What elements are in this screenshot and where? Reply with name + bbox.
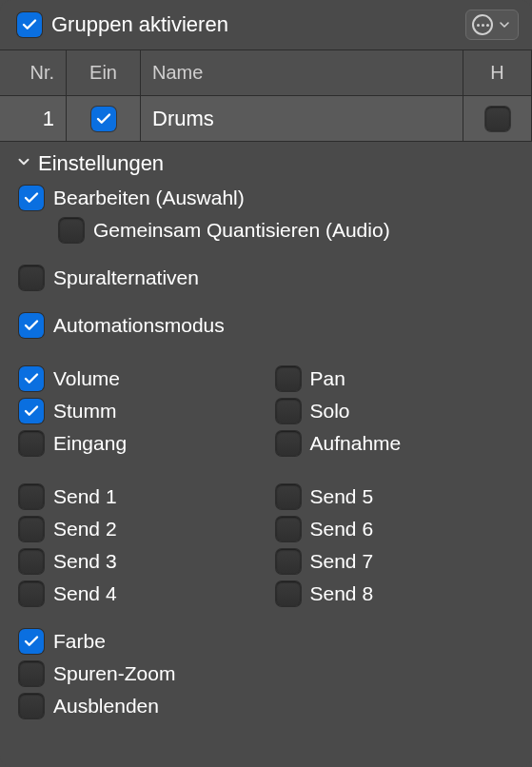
send3-label: Send 3 (53, 550, 117, 573)
settings-title: Einstellungen (38, 151, 164, 176)
send2-label: Send 2 (53, 518, 117, 541)
send7-checkbox[interactable] (276, 549, 301, 574)
setting-send5: Send 5 (270, 481, 520, 513)
color-checkbox[interactable] (19, 629, 44, 654)
setting-mute: Stumm (13, 395, 263, 427)
setting-send3: Send 3 (13, 545, 263, 578)
automation-mode-checkbox[interactable] (19, 313, 44, 338)
send1-label: Send 1 (53, 485, 117, 508)
send8-label: Send 8 (310, 582, 374, 605)
table-header: Nr. Ein Name H (0, 50, 532, 96)
column-header-name[interactable]: Name (141, 50, 463, 95)
setting-pan: Pan (270, 363, 520, 395)
row-on-cell (67, 96, 141, 141)
mute-label: Stumm (53, 400, 117, 423)
track-alternatives-checkbox[interactable] (19, 266, 44, 290)
setting-volume: Volume (13, 363, 263, 395)
send1-checkbox[interactable] (19, 484, 44, 509)
groups-enable-checkbox[interactable] (17, 12, 42, 37)
chevron-down-icon (15, 151, 32, 176)
column-header-nr[interactable]: Nr. (0, 50, 67, 95)
pan-label: Pan (310, 367, 345, 390)
header-title: Gruppen aktivieren (51, 12, 456, 37)
edit-selection-label: Bearbeiten (Auswahl) (53, 187, 245, 209)
column-header-ein[interactable]: Ein (67, 50, 141, 95)
input-checkbox[interactable] (19, 431, 44, 456)
ellipsis-icon (472, 14, 493, 35)
settings-section: Einstellungen Bearbeiten (Auswahl) Gemei… (0, 142, 532, 732)
send8-checkbox[interactable] (276, 581, 301, 606)
input-label: Eingang (53, 432, 127, 455)
automation-mode-label: Automationsmodus (53, 314, 225, 337)
setting-hide: Ausblenden (13, 690, 519, 722)
setting-send6: Send 6 (270, 513, 520, 545)
mute-checkbox[interactable] (19, 399, 44, 423)
row-h-cell (463, 96, 532, 141)
setting-track-alternatives: Spuralternativen (13, 262, 519, 294)
send4-label: Send 4 (53, 582, 117, 605)
color-label: Farbe (53, 630, 106, 653)
setting-automation-mode: Automationsmodus (13, 309, 519, 342)
solo-checkbox[interactable] (276, 399, 301, 423)
group-inspector: Gruppen aktivieren Nr. Ein Name H 1 Drum… (0, 0, 532, 767)
setting-input: Eingang (13, 427, 263, 460)
options-menu-button[interactable] (465, 10, 519, 40)
track-zoom-checkbox[interactable] (19, 661, 44, 686)
chevron-down-icon (497, 17, 512, 32)
send5-label: Send 5 (310, 485, 374, 508)
sends-grid: Send 1 Send 5 Send 2 Send 6 Send 3 Send … (13, 481, 519, 610)
edit-selection-checkbox[interactable] (19, 186, 44, 210)
pan-checkbox[interactable] (276, 366, 301, 391)
quantize-audio-label: Gemeinsam Quantisieren (Audio) (93, 219, 390, 242)
setting-send7: Send 7 (270, 545, 520, 578)
row-h-checkbox[interactable] (485, 107, 510, 131)
track-zoom-label: Spuren-Zoom (53, 662, 175, 685)
setting-send2: Send 2 (13, 513, 263, 545)
setting-record: Aufnahme (270, 427, 520, 460)
header-bar: Gruppen aktivieren (0, 0, 532, 50)
send6-checkbox[interactable] (276, 517, 301, 541)
setting-quantize-audio: Gemeinsam Quantisieren (Audio) (13, 214, 519, 246)
column-header-h[interactable]: H (463, 50, 532, 95)
solo-label: Solo (310, 400, 350, 423)
record-checkbox[interactable] (276, 431, 301, 456)
send6-label: Send 6 (310, 518, 374, 541)
send4-checkbox[interactable] (19, 581, 44, 606)
volume-checkbox[interactable] (19, 366, 44, 391)
send7-label: Send 7 (310, 550, 374, 573)
send3-checkbox[interactable] (19, 549, 44, 574)
quantize-audio-checkbox[interactable] (59, 218, 84, 243)
setting-send8: Send 8 (270, 578, 520, 610)
settings-disclosure[interactable]: Einstellungen (13, 148, 519, 182)
record-label: Aufnahme (310, 432, 402, 455)
volume-label: Volume (53, 367, 120, 390)
row-number: 1 (0, 96, 67, 141)
setting-solo: Solo (270, 395, 520, 427)
setting-send4: Send 4 (13, 578, 263, 610)
setting-edit-selection: Bearbeiten (Auswahl) (13, 182, 519, 214)
row-name[interactable]: Drums (141, 96, 463, 141)
hide-checkbox[interactable] (19, 694, 44, 718)
table-row[interactable]: 1 Drums (0, 96, 532, 142)
send5-checkbox[interactable] (276, 484, 301, 509)
setting-color: Farbe (13, 625, 519, 658)
row-on-checkbox[interactable] (91, 107, 116, 131)
mix-controls-grid: Volume Pan Stumm Solo Eingang Aufnahme (13, 363, 519, 460)
track-alternatives-label: Spuralternativen (53, 266, 199, 289)
setting-track-zoom: Spuren-Zoom (13, 658, 519, 690)
send2-checkbox[interactable] (19, 517, 44, 541)
hide-label: Ausblenden (53, 695, 159, 718)
setting-send1: Send 1 (13, 481, 263, 513)
